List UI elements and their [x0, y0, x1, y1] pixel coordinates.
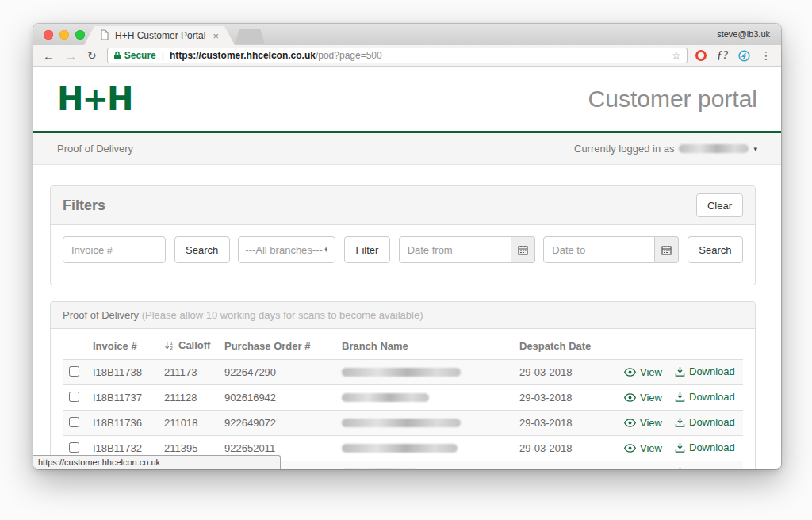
filters-form: Search ---All branches--- ▲▼ Filter [51, 225, 755, 285]
secure-label[interactable]: Secure [124, 50, 156, 61]
tab-title: H+H Customer Portal [115, 30, 208, 41]
zoom-window-button[interactable] [75, 30, 85, 40]
col-purchase-order[interactable]: Purchase Order # [218, 329, 335, 360]
col-invoice[interactable]: Invoice # [86, 329, 158, 360]
download-link[interactable]: Download [675, 467, 735, 469]
download-icon [675, 417, 685, 427]
lock-icon [113, 51, 121, 60]
url-path: /pod?page=500 [316, 50, 382, 61]
page-title: Customer portal [588, 86, 757, 113]
extension-icons: ƒ? ⋮ [695, 49, 772, 62]
breadcrumb: Proof of Delivery [57, 143, 133, 155]
download-link[interactable]: Download [675, 365, 735, 377]
pod-panel: Proof of Delivery (Please allow 10 worki… [50, 301, 756, 469]
filters-panel: Filters Clear Search ---All branches--- … [50, 185, 756, 285]
fn-extension-icon[interactable]: ƒ? [717, 49, 728, 62]
sort-numeric-icon[interactable]: 12 [164, 340, 174, 353]
download-icon [675, 442, 685, 453]
back-button[interactable]: ← [43, 50, 55, 62]
despatch-cell: 29-03-2018 [513, 461, 618, 470]
chevron-down-icon: ▾ [753, 145, 757, 153]
branches-select[interactable]: ---All branches--- ▲▼ [238, 236, 335, 263]
invoice-search-input[interactable] [63, 236, 166, 263]
forward-button: → [65, 50, 77, 62]
calendar-icon[interactable] [511, 236, 535, 263]
po-cell: 922649072 [218, 411, 335, 436]
url-host: https://customer.hhcelcon.co.uk [170, 50, 316, 61]
table-header-row: Invoice # 12 Calloff Purchase Order # Br… [63, 329, 743, 360]
despatch-cell: 29-03-2018 [513, 436, 618, 461]
calendar-icon[interactable] [655, 236, 679, 263]
breadcrumb-bar: Proof of Delivery Currently logged in as… [33, 133, 781, 165]
tab-close-icon[interactable]: × [213, 31, 219, 41]
document-icon [100, 29, 109, 43]
browser-tab[interactable]: H+H Customer Portal × [84, 26, 235, 45]
svg-text:2: 2 [170, 346, 173, 350]
calloff-cell: 211173 [158, 360, 218, 385]
user-email: steve@ib3.uk [717, 29, 770, 39]
view-link[interactable]: View [624, 392, 662, 403]
date-search-button[interactable]: Search [688, 236, 743, 263]
row-checkbox[interactable] [69, 417, 79, 427]
po-cell: 902616942 [218, 385, 335, 411]
view-link[interactable]: View [624, 366, 662, 378]
branch-name-redacted [342, 393, 429, 402]
browser-titlebar: H+H Customer Portal × steve@ib3.uk [33, 24, 781, 45]
address-bar[interactable]: Secure | https://customer.hhcelcon.co.uk… [107, 48, 688, 63]
col-calloff[interactable]: 12 Calloff [158, 329, 218, 360]
date-to-input[interactable] [543, 236, 655, 263]
col-branch-name[interactable]: Branch Name [335, 329, 513, 360]
close-window-button[interactable] [44, 30, 53, 40]
branch-name-redacted [342, 419, 461, 427]
invoice-cell: I18B11736 [86, 411, 158, 436]
download-icon [675, 468, 685, 469]
eye-icon [624, 444, 636, 453]
calloff-cell: 211018 [158, 411, 218, 436]
site-header: H+H Customer portal [33, 67, 781, 131]
invoice-search-button[interactable]: Search [174, 236, 230, 263]
date-from-input[interactable] [399, 236, 511, 263]
logged-in-menu[interactable]: Currently logged in as ▾ [574, 143, 757, 155]
table-row: I18B11738 211173 922647290 29-03-2018 Vi… [63, 360, 743, 385]
reload-button[interactable]: ↻ [87, 50, 97, 61]
logged-in-user-redacted [679, 144, 749, 153]
view-link[interactable]: View [624, 442, 662, 454]
calloff-cell: 211128 [158, 385, 218, 411]
download-icon [675, 392, 685, 402]
view-link[interactable]: View [624, 468, 662, 470]
opera-ring-icon[interactable] [695, 50, 707, 61]
col-despatch-date[interactable]: Despatch Date [513, 329, 618, 360]
row-checkbox[interactable] [69, 366, 79, 377]
browser-menu-icon[interactable]: ⋮ [760, 49, 772, 62]
download-link[interactable]: Download [675, 416, 735, 428]
invoice-cell: I18B11737 [86, 385, 158, 411]
row-checkbox[interactable] [69, 442, 79, 453]
main-content: Filters Clear Search ---All branches--- … [33, 165, 781, 469]
download-link[interactable]: Download [675, 391, 735, 403]
download-link[interactable]: Download [675, 442, 735, 453]
pod-subtitle: (Please allow 10 working days for scans … [142, 309, 423, 321]
row-checkbox[interactable] [69, 392, 79, 402]
minimize-window-button[interactable] [59, 30, 69, 40]
pod-title: Proof of Delivery [63, 309, 139, 321]
eye-icon [624, 368, 636, 377]
clear-button[interactable]: Clear [696, 193, 743, 217]
eye-icon [624, 393, 636, 402]
despatch-cell: 29-03-2018 [513, 385, 618, 411]
browser-window: H+H Customer Portal × steve@ib3.uk ← → ↻… [33, 24, 781, 469]
view-link[interactable]: View [624, 417, 662, 429]
invoice-cell: I18B11738 [86, 360, 158, 385]
branches-select-value: ---All branches--- [245, 244, 324, 256]
page-content: H+H Customer portal Proof of Delivery Cu… [33, 67, 781, 469]
eye-icon [624, 469, 636, 470]
date-to-group [543, 236, 679, 263]
pod-table: Invoice # 12 Calloff Purchase Order # Br… [63, 329, 743, 469]
filters-panel-header: Filters Clear [51, 186, 755, 225]
logged-in-label: Currently logged in as [574, 143, 674, 155]
branch-filter-button[interactable]: Filter [344, 236, 390, 263]
despatch-cell: 29-03-2018 [513, 411, 618, 436]
bookmark-star-icon[interactable]: ☆ [671, 49, 681, 62]
select-all-column [63, 329, 86, 360]
shield-icon[interactable] [738, 50, 750, 62]
new-tab-button[interactable] [230, 29, 265, 44]
